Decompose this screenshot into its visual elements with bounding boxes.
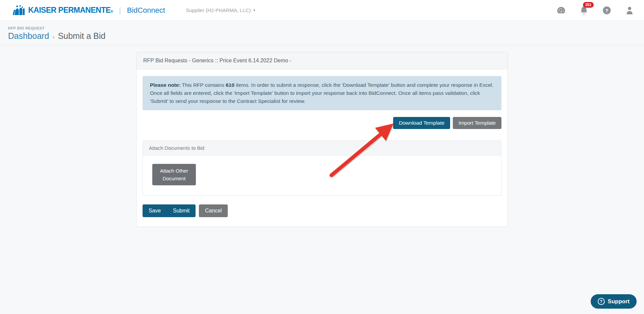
brand-wordmark: KAISER PERMANENTE®: [28, 6, 113, 15]
cancel-button[interactable]: Cancel: [199, 204, 228, 217]
page-title: Submit a Bid: [58, 31, 106, 41]
help-question-icon[interactable]: ?: [602, 5, 612, 15]
save-button[interactable]: Save: [143, 204, 167, 217]
breadcrumb-separator: ›: [52, 33, 54, 41]
navbar-icon-group: 251 ?: [556, 5, 635, 15]
brand-separator: |: [119, 6, 121, 15]
notifications-bell-icon[interactable]: 251: [579, 5, 589, 15]
top-navbar: KAISER PERMANENTE® | BidConnect Supplier…: [0, 0, 644, 21]
import-template-button[interactable]: Import Template: [453, 117, 501, 129]
attach-documents-panel: Attach Documents to Bid Attach Other Doc…: [143, 140, 501, 196]
question-circle-icon: ?: [598, 298, 605, 305]
attach-documents-body: Attach Other Document: [143, 155, 501, 195]
template-button-row: Download Template Import Template: [143, 117, 501, 129]
alert-text-1: This RFP contains: [180, 82, 226, 88]
save-submit-group: Save Submit: [143, 204, 196, 217]
submit-button[interactable]: Submit: [167, 204, 196, 217]
bid-card: RFP Bid Requests - Generics :: Price Eve…: [136, 52, 508, 227]
chevron-down-icon: ▾: [254, 8, 256, 12]
info-alert: Please note: This RFP contains 610 items…: [143, 76, 501, 110]
attach-other-line2: Document: [163, 176, 185, 181]
app-name-bidconnect[interactable]: BidConnect: [127, 6, 165, 15]
bid-card-title: RFP Bid Requests - Generics :: Price Eve…: [137, 52, 507, 69]
alert-label: Please note:: [150, 82, 180, 88]
breadcrumb: RFP BID REQUEST Dashboard › Submit a Bid: [0, 21, 644, 45]
section-label: RFP BID REQUEST: [8, 26, 636, 30]
bid-card-body: Please note: This RFP contains 610 items…: [137, 69, 507, 227]
support-label: Support: [608, 298, 630, 305]
supplier-dropdown[interactable]: Supplier (H2-PHARMA, LLC) ▾: [186, 7, 255, 13]
supplier-dropdown-label: Supplier (H2-PHARMA, LLC): [186, 7, 251, 13]
support-button[interactable]: ? Support: [591, 294, 637, 309]
attach-documents-title: Attach Documents to Bid: [143, 141, 501, 155]
kaiser-family-icon: [13, 5, 25, 16]
attach-other-document-button[interactable]: Attach Other Document: [152, 164, 196, 185]
form-action-row: Save Submit Cancel: [143, 204, 501, 217]
breadcrumb-dashboard-link[interactable]: Dashboard: [8, 31, 49, 41]
svg-text:?: ?: [605, 7, 608, 13]
registered-mark: ®: [111, 10, 113, 13]
notification-count-badge: 251: [583, 2, 594, 8]
alert-item-count: 610: [226, 82, 234, 88]
attach-other-line1: Attach Other: [160, 168, 188, 174]
user-profile-icon[interactable]: [625, 5, 635, 15]
download-template-button[interactable]: Download Template: [393, 117, 450, 129]
dashboard-gauge-icon[interactable]: [556, 5, 566, 15]
kaiser-permanente-logo[interactable]: KAISER PERMANENTE®: [13, 5, 113, 16]
